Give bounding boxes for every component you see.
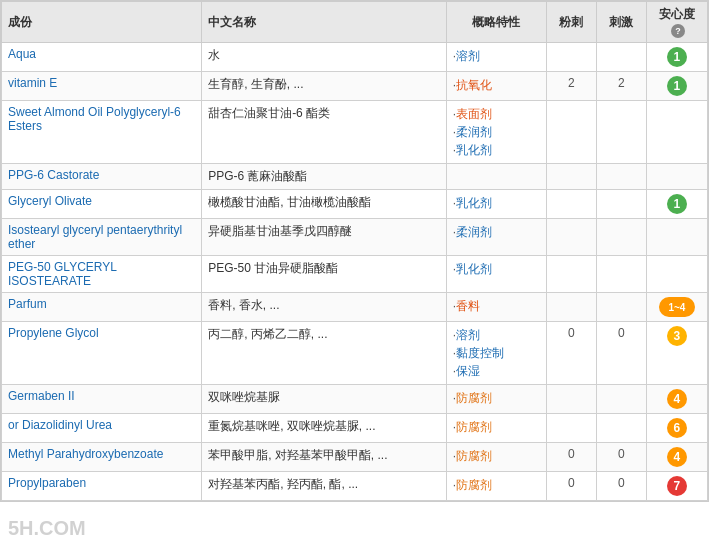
powder-cell: 0: [546, 443, 596, 472]
table-row: Methyl Parahydroxybenzoate苯甲酸甲脂, 对羟基苯甲酸甲…: [2, 443, 708, 472]
irritation-cell: [596, 101, 646, 164]
chinese-name-cell: PPG-6 蓖麻油酸酯: [202, 164, 447, 190]
header-chinese: 中文名称: [202, 2, 447, 43]
safety-cell: [646, 219, 707, 256]
header-ingredient: 成份: [2, 2, 202, 43]
ingredient-table: 成份 中文名称 概略特性 粉刺 刺激 安心度 ? Aqua水溶剂1vitamin…: [0, 0, 709, 502]
safety-badge: 4: [667, 389, 687, 409]
safety-badge: 3: [667, 326, 687, 346]
property-cell: 表面剂柔润剂乳化剂: [446, 101, 546, 164]
ingredient-cell[interactable]: Aqua: [2, 43, 202, 72]
safety-cell: 1~4: [646, 293, 707, 322]
safety-cell: 1: [646, 190, 707, 219]
ingredient-cell[interactable]: Parfum: [2, 293, 202, 322]
safety-badge: 1~4: [659, 297, 695, 317]
powder-cell: [546, 43, 596, 72]
property-cell: 溶剂: [446, 43, 546, 72]
watermark: 5H.COM: [8, 517, 86, 540]
table-row: Aqua水溶剂1: [2, 43, 708, 72]
table-row: PPG-6 CastoratePPG-6 蓖麻油酸酯: [2, 164, 708, 190]
safety-badge: 7: [667, 476, 687, 496]
table-row: Isostearyl glyceryl pentaerythrityl ethe…: [2, 219, 708, 256]
powder-cell: 0: [546, 472, 596, 501]
safety-label: 安心度: [659, 7, 695, 21]
property-cell: 溶剂黏度控制保湿: [446, 322, 546, 385]
property-cell: 乳化剂: [446, 190, 546, 219]
chinese-name-cell: 丙二醇, 丙烯乙二醇, ...: [202, 322, 447, 385]
header-safety: 安心度 ?: [646, 2, 707, 43]
safety-cell: 7: [646, 472, 707, 501]
irritation-cell: 0: [596, 472, 646, 501]
property-cell: 香料: [446, 293, 546, 322]
header-property: 概略特性: [446, 2, 546, 43]
powder-cell: [546, 101, 596, 164]
table-row: Glyceryl Olivate橄榄酸甘油酯, 甘油橄榄油酸酯乳化剂1: [2, 190, 708, 219]
safety-badge: 1: [667, 194, 687, 214]
chinese-name-cell: 生育醇, 生育酚, ...: [202, 72, 447, 101]
ingredient-cell[interactable]: Propylparaben: [2, 472, 202, 501]
chinese-name-cell: 异硬脂基甘油基季戊四醇醚: [202, 219, 447, 256]
property-cell: 抗氧化: [446, 72, 546, 101]
safety-cell: 1: [646, 43, 707, 72]
chinese-name-cell: 苯甲酸甲脂, 对羟基苯甲酸甲酯, ...: [202, 443, 447, 472]
irritation-cell: 0: [596, 322, 646, 385]
ingredient-cell[interactable]: Sweet Almond Oil Polyglyceryl-6 Esters: [2, 101, 202, 164]
chinese-name-cell: PEG-50 甘油异硬脂酸酯: [202, 256, 447, 293]
table-row: Germaben II双咪唑烷基脲防腐剂4: [2, 385, 708, 414]
safety-cell: 3: [646, 322, 707, 385]
irritation-cell: [596, 43, 646, 72]
safety-cell: 4: [646, 385, 707, 414]
safety-badge: 6: [667, 418, 687, 438]
property-cell: 乳化剂: [446, 256, 546, 293]
ingredient-cell[interactable]: Germaben II: [2, 385, 202, 414]
chinese-name-cell: 对羟基苯丙酯, 羟丙酯, 酯, ...: [202, 472, 447, 501]
safety-cell: [646, 164, 707, 190]
powder-cell: [546, 293, 596, 322]
property-cell: 柔润剂: [446, 219, 546, 256]
powder-cell: [546, 164, 596, 190]
help-icon[interactable]: ?: [671, 24, 685, 38]
chinese-name-cell: 双咪唑烷基脲: [202, 385, 447, 414]
irritation-cell: [596, 164, 646, 190]
safety-cell: 1: [646, 72, 707, 101]
irritation-cell: 2: [596, 72, 646, 101]
safety-badge: 1: [667, 76, 687, 96]
ingredient-cell[interactable]: Glyceryl Olivate: [2, 190, 202, 219]
chinese-name-cell: 甜杏仁油聚甘油-6 酯类: [202, 101, 447, 164]
table-row: Propylparaben对羟基苯丙酯, 羟丙酯, 酯, ...防腐剂007: [2, 472, 708, 501]
safety-cell: 4: [646, 443, 707, 472]
powder-cell: [546, 190, 596, 219]
ingredient-cell[interactable]: vitamin E: [2, 72, 202, 101]
safety-badge: 1: [667, 47, 687, 67]
powder-cell: 0: [546, 322, 596, 385]
safety-cell: [646, 256, 707, 293]
header-powder: 粉刺: [546, 2, 596, 43]
ingredient-cell[interactable]: PEG-50 GLYCERYL ISOSTEARATE: [2, 256, 202, 293]
safety-badge: 4: [667, 447, 687, 467]
property-cell: [446, 164, 546, 190]
table-row: Parfum香料, 香水, ...香料1~4: [2, 293, 708, 322]
irritation-cell: [596, 190, 646, 219]
chinese-name-cell: 水: [202, 43, 447, 72]
header-irritation: 刺激: [596, 2, 646, 43]
ingredient-cell[interactable]: Propylene Glycol: [2, 322, 202, 385]
irritation-cell: [596, 385, 646, 414]
property-cell: 防腐剂: [446, 443, 546, 472]
irritation-cell: [596, 256, 646, 293]
property-cell: 防腐剂: [446, 472, 546, 501]
ingredient-cell[interactable]: Methyl Parahydroxybenzoate: [2, 443, 202, 472]
irritation-cell: [596, 293, 646, 322]
irritation-cell: [596, 414, 646, 443]
table-row: vitamin E生育醇, 生育酚, ...抗氧化221: [2, 72, 708, 101]
powder-cell: [546, 256, 596, 293]
ingredient-cell[interactable]: PPG-6 Castorate: [2, 164, 202, 190]
ingredient-cell[interactable]: or Diazolidinyl Urea: [2, 414, 202, 443]
chinese-name-cell: 香料, 香水, ...: [202, 293, 447, 322]
chinese-name-cell: 橄榄酸甘油酯, 甘油橄榄油酸酯: [202, 190, 447, 219]
irritation-cell: [596, 219, 646, 256]
property-cell: 防腐剂: [446, 414, 546, 443]
table-row: Sweet Almond Oil Polyglyceryl-6 Esters甜杏…: [2, 101, 708, 164]
irritation-cell: 0: [596, 443, 646, 472]
property-cell: 防腐剂: [446, 385, 546, 414]
ingredient-cell[interactable]: Isostearyl glyceryl pentaerythrityl ethe…: [2, 219, 202, 256]
